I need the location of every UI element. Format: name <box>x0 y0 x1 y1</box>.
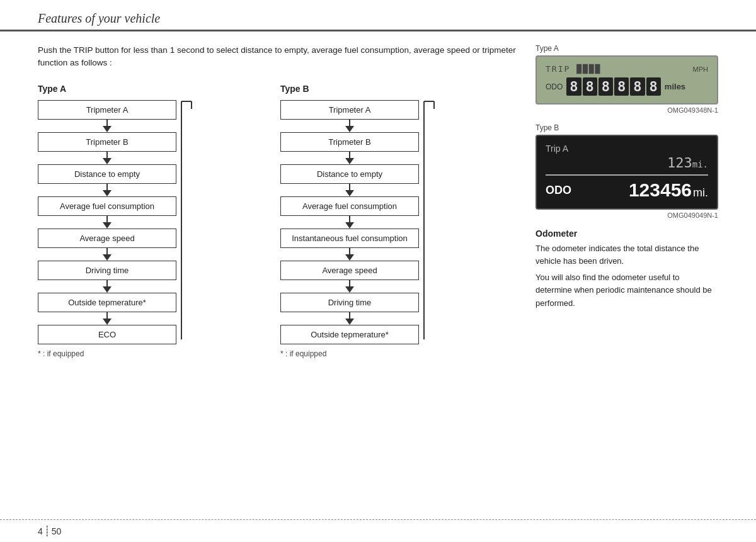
arrow-down <box>103 248 112 261</box>
list-item: Tripmeter A <box>280 100 419 120</box>
type-a-diagram: Tripmeter A Tripmeter B Distance to empt… <box>38 100 176 344</box>
trip-display: TRIP ████ <box>546 64 601 74</box>
intro-text: Push the TRIP button for less than 1 sec… <box>38 44 517 70</box>
odometer-section: Odometer The odometer indicates the tota… <box>536 229 718 310</box>
page-header: Features of your vehicle <box>0 0 756 31</box>
type-a-section: Type A Tripmeter A Tripmeter B Distance … <box>38 84 274 358</box>
type-b-footnote: * : if equipped <box>280 349 517 358</box>
type-b-label: Type B <box>280 84 517 94</box>
odo-row-b: ODO 123456 mi. <box>546 174 708 201</box>
type-b-flow: Tripmeter A Tripmeter B Distance to empt… <box>280 100 419 344</box>
back-arrow-a <box>179 100 193 344</box>
list-item: Instantaneous fuel consumption <box>280 229 419 248</box>
list-item: Driving time <box>280 293 419 312</box>
list-item: Outside tepmerature* <box>280 325 419 344</box>
odo-digit: 8 <box>598 77 613 96</box>
list-item: Average fuel consumption <box>38 196 176 216</box>
arrow-down <box>345 248 354 261</box>
list-item: Outside tepmerature* <box>38 293 176 312</box>
main-content: Push the TRIP button for less than 1 sec… <box>0 44 756 358</box>
arrow-down <box>345 184 354 196</box>
list-item: Tripmeter A <box>38 100 176 120</box>
trip-b-value: 123 <box>667 155 692 171</box>
type-a-flow: Tripmeter A Tripmeter B Distance to empt… <box>38 100 176 344</box>
list-item: Average speed <box>280 261 419 280</box>
arrow-down <box>345 312 354 325</box>
odo-digit: 8 <box>646 77 661 96</box>
trip-b-label: Trip A <box>546 144 708 154</box>
list-item: Average speed <box>38 229 176 248</box>
arrow-down <box>345 120 354 132</box>
diagrams-area: Type A Tripmeter A Tripmeter B Distance … <box>38 84 517 358</box>
list-item: Distance to empty <box>38 164 176 184</box>
mph-label: MPH <box>693 65 708 73</box>
trip-b-value-row: 123mi. <box>546 155 708 171</box>
odometer-text2: You will also find the odometer useful t… <box>536 271 718 309</box>
list-item: Driving time <box>38 261 176 280</box>
arrow-down <box>345 280 354 293</box>
type-a-footnote: * : if equipped <box>38 349 274 358</box>
display-b-type-label: Type B <box>536 123 718 132</box>
odo-digit: 8 <box>630 77 644 96</box>
type-a-label: Type A <box>38 84 274 94</box>
arrow-down <box>103 280 112 293</box>
arrow-down <box>103 216 112 229</box>
list-item: Distance to empty <box>280 164 419 184</box>
arrow-down <box>345 152 354 164</box>
odo-label-b: ODO <box>546 184 571 197</box>
odo-digit: 8 <box>566 77 581 96</box>
display-a-box: TRIP ████ MPH ODO 8 8 8 8 8 8 miles <box>536 55 718 104</box>
arrow-down <box>103 184 112 196</box>
list-item: ECO <box>38 325 176 344</box>
odo-b-digits-group: 123456 mi. <box>629 179 708 201</box>
type-b-section: Type B Tripmeter A Tripmeter B Distance … <box>280 84 517 358</box>
page-number-left: 4 <box>38 526 43 536</box>
arrow-down <box>103 120 112 132</box>
page-title: Features of your vehicle <box>38 11 718 26</box>
arrow-down <box>345 216 354 229</box>
type-b-diagram: Tripmeter A Tripmeter B Distance to empt… <box>280 100 419 344</box>
list-item: Tripmeter B <box>38 132 176 152</box>
display-a-container: Type A TRIP ████ MPH ODO 8 8 8 8 8 8 <box>536 44 718 114</box>
odo-label-a: ODO <box>546 82 563 91</box>
display-b-caption: OMG049049N-1 <box>536 212 718 219</box>
list-item: Average fuel consumption <box>280 196 419 216</box>
trip-b-sub: mi. <box>692 159 708 169</box>
odo-digits-b: 123456 <box>629 179 692 201</box>
page-footer: 4 ┊ 50 <box>0 519 756 542</box>
odo-row-a: ODO 8 8 8 8 8 8 miles <box>546 77 708 96</box>
display-b-container: Type B Trip A 123mi. ODO 123456 mi. OMG0… <box>536 123 718 219</box>
arrow-down <box>103 312 112 325</box>
miles-label: miles <box>665 82 685 91</box>
display-a-top-row: TRIP ████ MPH <box>546 64 708 74</box>
arrow-down <box>103 152 112 164</box>
back-arrow-b <box>421 100 435 344</box>
display-a-caption: OMG049348N-1 <box>536 106 718 114</box>
odo-unit-b: mi. <box>693 186 708 200</box>
footer-page-left: 4 ┊ 50 <box>38 525 61 537</box>
odo-digit: 8 <box>614 77 629 96</box>
right-section: Type A TRIP ████ MPH ODO 8 8 8 8 8 8 <box>536 44 718 358</box>
odo-digits-a: 8 8 8 8 8 8 <box>566 77 661 96</box>
list-item: Tripmeter B <box>280 132 419 152</box>
odo-digit: 8 <box>583 77 597 96</box>
odometer-text1: The odometer indicates the total distanc… <box>536 242 718 268</box>
display-b-box: Trip A 123mi. ODO 123456 mi. <box>536 135 718 210</box>
odometer-title: Odometer <box>536 229 718 239</box>
page-number-right: 50 <box>52 526 62 536</box>
footer-separator: ┊ <box>44 525 50 537</box>
display-a-type-label: Type A <box>536 44 718 53</box>
left-section: Push the TRIP button for less than 1 sec… <box>38 44 517 358</box>
